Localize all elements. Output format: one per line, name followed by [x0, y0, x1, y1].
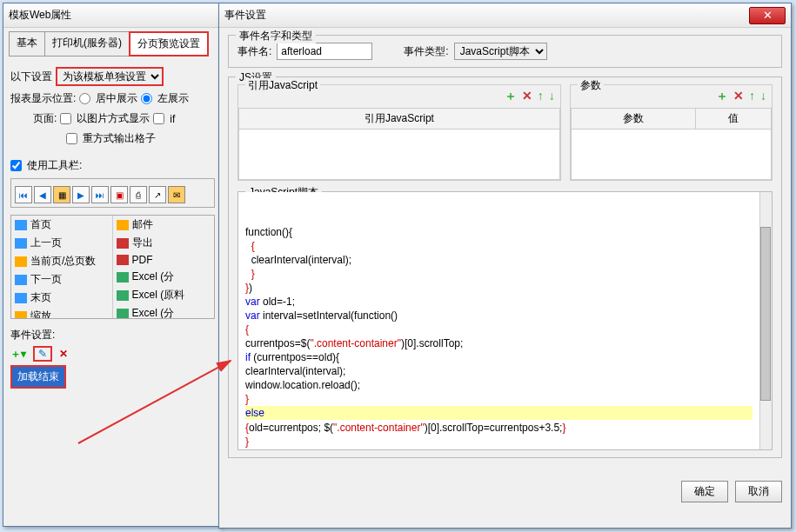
event-settings-label: 事件设置:	[10, 328, 215, 342]
ref-js-box: 引用JavaScript ＋ ✕ ↑ ↓ 引用JavaScript	[237, 84, 561, 181]
nav-item[interactable]: Excel (原料	[113, 286, 215, 304]
nav-item[interactable]: 上一页	[11, 234, 112, 252]
name-type-fieldset: 事件名字和类型 事件名: 事件类型: JavaScript脚本	[228, 35, 782, 68]
tb-pdf-icon[interactable]: ▣	[110, 186, 128, 203]
ok-button[interactable]: 确定	[681, 481, 728, 502]
radio-center[interactable]	[79, 93, 90, 104]
nav-item[interactable]: 首页	[11, 216, 112, 234]
close-icon[interactable]: ✕	[749, 7, 786, 24]
left-titlebar: 模板Web属性	[3, 3, 222, 28]
event-name-label: 事件名:	[237, 44, 271, 59]
edit-event-icon[interactable]: ✎	[33, 346, 52, 362]
nav-item[interactable]: 当前页/总页数	[11, 252, 112, 270]
nav-icon	[15, 293, 27, 303]
nav-icon	[15, 238, 27, 249]
tb-first-icon[interactable]: ⏮	[15, 186, 32, 203]
nav-item[interactable]: Excel (分	[113, 268, 215, 286]
nav-icon	[15, 311, 27, 320]
params-list[interactable]	[571, 130, 772, 180]
nav-icon	[117, 238, 129, 249]
left-title: 模板Web属性	[9, 8, 217, 23]
nav-icon	[117, 272, 129, 283]
display-position-label: 报表显示位置:	[10, 91, 76, 106]
cb-picture-mode[interactable]	[60, 113, 71, 124]
params-box: 参数 ＋ ✕ ↑ ↓ 参数 值	[570, 84, 773, 181]
toolbar-preview: ⏮ ◀ ▦ ▶ ⏭ ▣ ⎙ ↗ ✉	[15, 186, 211, 203]
script-editor[interactable]: function(){ { clearInterval(interval); }…	[238, 192, 772, 449]
script-code-box: JavaScript脚本 function(){ { clearInterval…	[237, 191, 773, 450]
movedown-ref-icon[interactable]: ↓	[549, 89, 555, 104]
event-name-input[interactable]	[277, 43, 372, 60]
template-web-properties-window: 模板Web属性 基本 打印机(服务器) 分页预览设置 以下设置 为该模板单独设置…	[3, 3, 223, 527]
nav-item[interactable]: 导出	[113, 234, 215, 252]
event-type-label: 事件类型:	[404, 44, 448, 59]
tab-paging-preview[interactable]: 分页预览设置	[129, 31, 209, 57]
delete-event-icon[interactable]: ✕	[59, 348, 68, 360]
nav-icon	[15, 256, 27, 267]
nav-icon	[117, 309, 129, 319]
cb-use-toolbar[interactable]	[10, 160, 22, 171]
tab-printer[interactable]: 打印机(服务器)	[44, 31, 130, 57]
moveup-param-icon[interactable]: ↑	[749, 89, 755, 104]
nav-item[interactable]: Excel (分	[113, 304, 215, 319]
nav-icon	[15, 275, 27, 285]
ref-js-list[interactable]	[238, 130, 560, 180]
remove-param-icon[interactable]: ✕	[733, 89, 744, 104]
template-scope-select[interactable]: 为该模板单独设置	[56, 67, 164, 86]
nav-item[interactable]: 缩放	[11, 307, 112, 319]
event-item-afterload[interactable]: 加载结束	[10, 365, 66, 389]
tab-basic[interactable]: 基本	[9, 31, 45, 57]
cb-if[interactable]	[153, 113, 164, 124]
tb-prev-icon[interactable]: ◀	[34, 186, 51, 203]
nav-item[interactable]: 下一页	[11, 270, 112, 289]
nav-item[interactable]: 邮件	[113, 216, 215, 234]
right-title: 事件设置	[224, 8, 749, 23]
movedown-param-icon[interactable]: ↓	[760, 89, 766, 104]
nav-icon	[15, 220, 27, 230]
code-scrollbar[interactable]	[759, 192, 772, 449]
left-tabs: 基本 打印机(服务器) 分页预览设置	[9, 31, 217, 57]
cancel-button[interactable]: 取消	[735, 481, 782, 502]
nav-icon	[117, 255, 129, 265]
below-settings-label: 以下设置	[10, 70, 52, 84]
nav-icon	[117, 220, 129, 230]
tb-last-icon[interactable]: ⏭	[91, 186, 109, 203]
js-settings-fieldset: JS设置 引用JavaScript ＋ ✕ ↑ ↓ 引用JavaScript 参…	[228, 76, 782, 458]
cb-heavy-output[interactable]	[66, 133, 77, 144]
page-label: 页面:	[33, 111, 57, 126]
nav-icon	[117, 290, 129, 301]
tb-mail-icon[interactable]: ✉	[168, 186, 185, 203]
event-settings-dialog: 事件设置 ✕ 事件名字和类型 事件名: 事件类型: JavaScript脚本 J…	[218, 3, 792, 529]
nav-item[interactable]: 末页	[11, 289, 112, 307]
radio-left[interactable]	[141, 93, 152, 104]
tb-export-icon[interactable]: ↗	[149, 186, 166, 203]
remove-ref-icon[interactable]: ✕	[522, 89, 532, 104]
tb-page-icon[interactable]: ▦	[53, 186, 70, 203]
event-type-select[interactable]: JavaScript脚本	[454, 43, 547, 60]
add-event-icon[interactable]: ＋▾	[10, 347, 26, 362]
tb-next-icon[interactable]: ▶	[72, 186, 90, 203]
add-param-icon[interactable]: ＋	[716, 89, 728, 104]
moveup-ref-icon[interactable]: ↑	[538, 89, 544, 104]
nav-item[interactable]: PDF	[113, 252, 215, 268]
add-ref-icon[interactable]: ＋	[505, 89, 517, 104]
tb-print-icon[interactable]: ⎙	[130, 186, 147, 203]
